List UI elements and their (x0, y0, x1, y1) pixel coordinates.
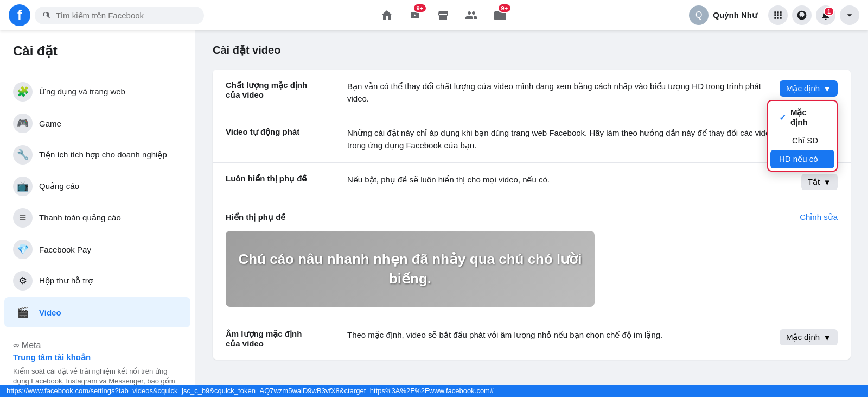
autoplay-label: Video tự động phát (226, 127, 334, 137)
dropdown-option-default[interactable]: ✓ Mặc định (770, 103, 834, 131)
volume-description: Theo mặc định, video sẽ bắt đầu phát với… (347, 329, 767, 342)
sidebar-item-label: Hộp thư hỗ trợ (39, 276, 93, 286)
sidebar-item-label: Thanh toán quảng cáo (39, 213, 121, 223)
topnav-center: 9+ 9+ (204, 2, 682, 28)
dropdown-option-label: Mặc định (790, 108, 826, 127)
sidebar-item-label: Tiện ích tích hợp cho doanh nghiệp (39, 150, 167, 160)
subtitles-toggle-description: Nếu bật, phụ đề sẽ luôn hiển thị cho mọi… (347, 174, 788, 186)
autoplay-row: Video tự động phát Những cài đặt này chỉ… (213, 116, 851, 163)
sidebar-item-game[interactable]: 🎮 Game (4, 108, 190, 138)
subtitles-display-header: Hiển thị phụ đề Chỉnh sửa (226, 212, 838, 222)
subtitles-toggle-label: Luôn hiển thị phụ đề (226, 174, 334, 184)
topnav: f 9+ 9+ Q Quỳnh Như (0, 0, 868, 30)
business-icon: 🔧 (13, 145, 33, 165)
video-quality-action: Mặc định ▼ ✓ Mặc định Chỉ SD (780, 80, 838, 97)
dropdown-arrow: ▼ (823, 333, 831, 342)
video-quality-dropdown-button[interactable]: Mặc định ▼ (780, 80, 838, 97)
avatar: Q (689, 5, 709, 25)
status-url: https://www.facebook.com/settings?tab=vi… (7, 387, 494, 395)
user-chip[interactable]: Q Quỳnh Như (682, 2, 764, 28)
store-nav-button[interactable] (430, 2, 456, 28)
apps-icon-button[interactable] (768, 5, 788, 25)
dropdown-label: Mặc định (786, 332, 820, 342)
dropdown-label: Tắt (808, 177, 820, 187)
video-nav-button[interactable]: 9+ (402, 2, 428, 28)
notification-badge: 1 (824, 7, 834, 16)
dropdown-option-hd[interactable]: HD nếu có (770, 150, 834, 168)
checkmark-icon: ✓ (779, 112, 786, 123)
dropdown-arrow: ▼ (823, 178, 831, 187)
facebook-pay-icon: 💎 (13, 240, 33, 259)
sidebar-item-label: Facebook Pay (39, 245, 91, 254)
sidebar-title: Cài đặt (4, 39, 190, 67)
sidebar: Cài đặt 🧩 Ứng dụng và trang web 🎮 Game 🔧… (0, 30, 195, 397)
sidebar-item-payment[interactable]: ≡ Thanh toán quảng cáo (4, 203, 190, 233)
sidebar-divider-top (4, 72, 190, 72)
sidebar-item-apps[interactable]: 🧩 Ứng dụng và trang web (4, 77, 190, 107)
main-content: Cài đặt video Chất lượng mặc địnhcủa vid… (195, 30, 868, 397)
sidebar-item-label: Ứng dụng và trang web (39, 87, 125, 97)
video-quality-row: Chất lượng mặc địnhcủa video Bạn vẫn có … (213, 70, 851, 116)
subtitle-preview: Chú cáo nâu nhanh nhẹn đã nhảy qua chú c… (226, 231, 595, 307)
autoplay-description: Những cài đặt này chỉ áp dụng khi bạn dù… (347, 127, 838, 152)
status-bar: https://www.facebook.com/settings?tab=vi… (0, 385, 868, 397)
volume-row: Âm lượng mặc địnhcủa video Theo mặc định… (213, 318, 851, 360)
topnav-right: Q Quỳnh Như 1 (682, 2, 859, 28)
apps-web-icon: 🧩 (13, 82, 33, 102)
dropdown-option-label: Chỉ SD (792, 136, 818, 146)
facebook-logo[interactable]: f (9, 4, 30, 26)
home-nav-button[interactable] (374, 2, 400, 28)
search-box[interactable] (35, 7, 204, 24)
subtitles-display-label: Hiển thị phụ đề (226, 212, 334, 222)
chevron-down-icon-button[interactable] (840, 5, 859, 25)
video-quality-description: Bạn vẫn có thể thay đổi chất lượng của v… (347, 80, 767, 105)
topnav-left: f (9, 4, 204, 26)
subtitles-toggle-dropdown-button[interactable]: Tắt ▼ (801, 174, 838, 190)
video-badge: 9+ (413, 3, 427, 13)
search-input[interactable] (56, 11, 195, 20)
subtitles-display-row: Hiển thị phụ đề Chỉnh sửa Chú cáo nâu nh… (213, 201, 851, 318)
sidebar-item-facebook-pay[interactable]: 💎 Facebook Pay (4, 234, 190, 264)
subtitle-preview-text: Chú cáo nâu nhanh nhẹn đã nhảy qua chú c… (226, 249, 595, 289)
dropdown-arrow: ▼ (823, 84, 831, 93)
subtitles-toggle-row: Luôn hiển thị phụ đề Nếu bật, phụ đề sẽ … (213, 163, 851, 201)
layout: Cài đặt 🧩 Ứng dụng và trang web 🎮 Game 🔧… (0, 30, 868, 397)
groups-nav-button[interactable] (458, 2, 484, 28)
sidebar-item-support[interactable]: ⚙ Hộp thư hỗ trợ (4, 266, 190, 296)
sidebar-item-label: Video (39, 308, 61, 317)
account-center-link[interactable]: Trung tâm tài khoản (13, 352, 182, 362)
messenger-icon-button[interactable] (792, 5, 812, 25)
user-name: Quỳnh Như (713, 10, 757, 20)
subtitles-toggle-action: Tắt ▼ (801, 174, 838, 190)
dropdown-option-label: HD nếu có (779, 154, 818, 164)
meta-logo: ∞ Meta (13, 341, 182, 350)
support-icon: ⚙ (13, 271, 33, 291)
ads-icon: 📺 (13, 177, 33, 196)
volume-action: Mặc định ▼ (780, 329, 838, 345)
video-quality-label: Chất lượng mặc địnhcủa video (226, 80, 334, 100)
gaming-badge: 9+ (497, 3, 512, 13)
search-icon (43, 11, 52, 20)
gaming-nav-button[interactable]: 9+ (487, 2, 513, 28)
page-title: Cài đặt video (213, 43, 851, 56)
sidebar-item-business[interactable]: 🔧 Tiện ích tích hợp cho doanh nghiệp (4, 140, 190, 170)
dropdown-option-sd[interactable]: Chỉ SD (770, 131, 834, 150)
video-quality-dropdown-menu: ✓ Mặc định Chỉ SD HD nếu có (767, 100, 838, 172)
settings-card: Chất lượng mặc địnhcủa video Bạn vẫn có … (213, 70, 851, 360)
payment-icon: ≡ (13, 208, 33, 228)
video-sidebar-icon: 🎬 (13, 303, 33, 322)
subtitles-preview-container: Chú cáo nâu nhanh nhẹn đã nhảy qua chú c… (226, 231, 595, 307)
game-icon: 🎮 (13, 114, 33, 133)
notification-icon-button[interactable]: 1 (816, 5, 835, 25)
volume-dropdown-button[interactable]: Mặc định ▼ (780, 329, 838, 345)
edit-subtitles-link[interactable]: Chỉnh sửa (800, 212, 838, 222)
sidebar-item-label: Quảng cáo (39, 181, 79, 191)
sidebar-item-label: Game (39, 119, 61, 128)
sidebar-item-ads[interactable]: 📺 Quảng cáo (4, 171, 190, 201)
dropdown-label: Mặc định (786, 84, 820, 93)
volume-label: Âm lượng mặc địnhcủa video (226, 329, 334, 349)
sidebar-item-video[interactable]: 🎬 Video (4, 297, 190, 327)
